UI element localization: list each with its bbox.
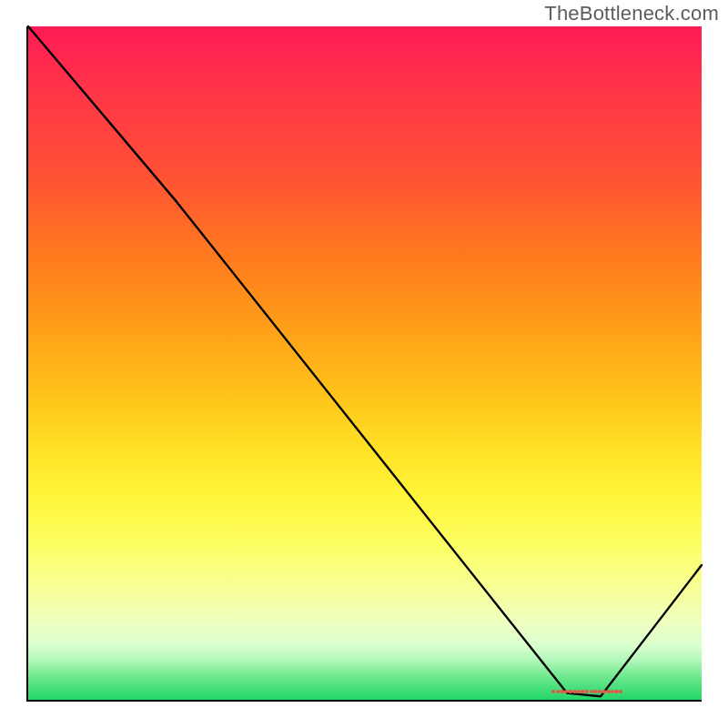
range-marker-dot xyxy=(606,690,611,694)
x-axis-line xyxy=(26,700,702,702)
range-marker-dot xyxy=(560,690,564,694)
attribution-text: TheBottleneck.com xyxy=(544,2,719,25)
bottleneck-curve xyxy=(28,26,702,700)
chart-canvas: TheBottleneck.com xyxy=(0,0,728,728)
y-axis-line xyxy=(26,26,28,702)
range-marker-dot xyxy=(572,690,577,694)
range-marker-dot xyxy=(593,690,598,694)
